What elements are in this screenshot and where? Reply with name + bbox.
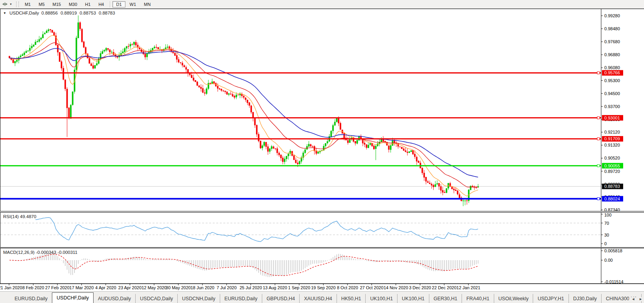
timeframe-buttons: M1M5M15M30H1H4D1W1MN	[21, 0, 155, 8]
ohlc-close: 0.88783	[99, 11, 115, 15]
chart-tab-ger30-h1[interactable]: GER30,H1	[429, 294, 462, 303]
pan-dropdown-caret-icon[interactable]: ▼	[9, 3, 14, 6]
price-label-text: 0.88783	[604, 184, 620, 189]
date-tick-label: 13 Aug 2020	[263, 285, 287, 290]
price-tick-label: 0.99280	[604, 13, 620, 18]
hline-handle[interactable]	[597, 198, 600, 200]
chart-tab-hk50-h1[interactable]: HK50,H1	[337, 294, 366, 303]
date-tick-label: 25 Jul 2020	[239, 285, 262, 290]
date-tick-label: 12 May 2020	[142, 285, 167, 290]
chart-tab-dj30-daily[interactable]: DJ30,Daily	[569, 294, 601, 303]
price-label-text: 0.91709	[604, 136, 620, 141]
rsi-line	[35, 217, 478, 242]
timeframe-button-h1[interactable]: H1	[81, 1, 94, 7]
price-label-text: 0.90055	[604, 163, 620, 168]
macd-indicator-panel[interactable]: MACD(12,26,9) -0.000343 -0.000311 0.0058…	[0, 248, 644, 284]
price-tick-label: 0.93700	[604, 104, 620, 109]
price-tick-label: 0.95300	[604, 78, 620, 83]
ohlc-high: 0.88919	[61, 11, 77, 15]
chart-tab-eurusd-daily[interactable]: EURUSD,Daily	[220, 294, 262, 303]
rsi-label: RSI(14) 49.4870	[3, 214, 36, 219]
price-tick-label: 0.94500	[604, 91, 620, 96]
rsi-indicator-panel[interactable]: RSI(14) 49.4870 10070300	[0, 212, 644, 248]
price-tick-label: 0.92120	[604, 130, 620, 134]
date-tick-label: 14 Nov 2020	[384, 285, 408, 290]
toolbar-grip-handle[interactable]	[16, 2, 19, 7]
rsi-tick-label: 0	[604, 241, 607, 246]
price-tick-label: 0.98480	[604, 26, 620, 31]
chart-title: ▼ USDCHF,Daily 0.88856 0.88919 0.88753 0…	[3, 11, 115, 15]
price-tick-label: 0.90520	[604, 156, 620, 160]
timeframe-button-w1[interactable]: W1	[126, 1, 140, 7]
date-tick-label: 21 Jan 2020	[0, 285, 22, 290]
chart-tab-xauusd-h4[interactable]: XAUUSD,H4	[299, 294, 337, 303]
date-tick-label: 27 Feb 2020	[45, 285, 70, 290]
price-tick-label: 0.87340	[604, 208, 620, 211]
price-label-text: 0.93001	[604, 116, 620, 120]
tabs-scroll-left-icon[interactable]: ◄	[631, 297, 635, 301]
chart-tab-bar: EURUSD,DailyUSDCHF,DailyAUDUSD,DailyUSDC…	[0, 291, 644, 303]
tabs-scroll-right-icon[interactable]: ►	[639, 297, 642, 301]
ohlc-low: 0.88753	[79, 11, 96, 15]
chart-title-expander-icon[interactable]: ▼	[3, 11, 6, 15]
chart-tab-usoil-weekly[interactable]: USOil,Weekly	[494, 294, 533, 303]
date-tick-label: 8 Oct 2020	[337, 285, 358, 290]
rsi-tick-label: 70	[604, 221, 609, 226]
hline-handle[interactable]	[597, 117, 600, 119]
chart-tab-gbpusd-h4[interactable]: GBPUSD,H4	[262, 294, 299, 303]
price-tick-label: 0.96080	[604, 65, 620, 70]
chart-tabs: EURUSD,DailyUSDCHF,DailyAUDUSD,DailyUSDC…	[10, 292, 644, 303]
timeframe-button-mn[interactable]: MN	[140, 1, 154, 7]
date-tick-label: 23 Apr 2020	[118, 285, 142, 290]
main-chart-panel[interactable]: ▼ USDCHF,Daily 0.88856 0.88919 0.88753 0…	[0, 9, 644, 211]
chart-tab-uk100-h1[interactable]: UK100,H1	[397, 294, 429, 303]
timeframe-button-m15[interactable]: M15	[49, 1, 64, 7]
price-label-text: 0.88024	[604, 196, 620, 201]
date-tick-label: 22 Dec 2020	[432, 285, 456, 290]
hline-handle[interactable]	[597, 72, 600, 74]
date-tick-label: 4 Apr 2020	[95, 285, 116, 290]
rsi-chart-canvas[interactable]: 10070300	[0, 213, 644, 247]
date-axis: 21 Jan 20208 Feb 202027 Feb 202017 Mar 2…	[0, 284, 644, 291]
timeframe-button-h4[interactable]: H4	[95, 1, 107, 7]
chart-tab-usdcad-daily[interactable]: USDCAD,Daily	[135, 294, 177, 303]
date-tick-label: 7 Jul 2020	[217, 285, 237, 290]
date-tick-label: 12 Jan 2021	[456, 285, 480, 290]
price-tick-label: 0.91320	[604, 143, 620, 147]
pan-chart-icon[interactable]	[0, 1, 9, 8]
macd-tick-label: 0.00	[604, 258, 613, 263]
date-tick-label: 18 Jun 2020	[191, 285, 215, 290]
date-tick-label: 1 Sep 2020	[288, 285, 310, 290]
chart-tab-uk100-h1[interactable]: UK100,H1	[365, 294, 397, 303]
chart-tab-usdjpy-h1[interactable]: USDJPY,H1	[533, 294, 568, 303]
macd-tick-label: -0.011514	[604, 279, 624, 283]
hline-handle[interactable]	[597, 138, 600, 140]
toolbar-separator	[110, 1, 110, 7]
chart-tab-audusd-daily[interactable]: AUDUSD,Daily	[94, 294, 135, 303]
price-tick-label: 0.97680	[604, 39, 620, 44]
date-tick-label: 8 Feb 2020	[22, 285, 44, 290]
chart-symbol-label: USDCHF,Daily	[9, 11, 39, 15]
chart-tab-usdcnh-daily[interactable]: USDCNH,Daily	[177, 294, 220, 303]
chart-tab-usdchf-daily[interactable]: USDCHF,Daily	[52, 292, 94, 303]
hline-handle[interactable]	[597, 165, 600, 167]
timeframe-button-m5[interactable]: M5	[35, 1, 48, 7]
price-tick-label: 0.89720	[604, 169, 620, 174]
trading-app-window: ▼ M1M5M15M30H1H4D1W1MN ▼ USDCHF,Daily 0.…	[0, 0, 644, 303]
timeframe-button-d1[interactable]: D1	[112, 1, 125, 7]
moving-average-line-50	[9, 48, 478, 177]
macd-chart-canvas[interactable]: 0.0058180.00-0.011514	[0, 248, 644, 283]
candlestick-chart-canvas[interactable]: 0.992800.984800.976800.968800.960800.953…	[0, 9, 644, 211]
date-tick-label: 17 Mar 2020	[70, 285, 94, 290]
chart-tab-eurusd-daily[interactable]: EURUSD,Daily	[10, 294, 52, 303]
timeframe-button-m30[interactable]: M30	[65, 1, 81, 7]
date-tick-label: 19 Sep 2020	[311, 285, 335, 290]
timeframe-button-m1[interactable]: M1	[21, 1, 34, 7]
bear-candle-wicks	[9, 21, 476, 204]
chart-tab-fra40-h1[interactable]: FRA40,H1	[462, 294, 493, 303]
bull-candle-bodies	[15, 22, 479, 201]
macd-histogram	[9, 253, 478, 277]
macd-tick-label: 0.005818	[604, 248, 622, 253]
price-tick-label: 0.96880	[604, 52, 620, 57]
rsi-tick-label: 100	[604, 213, 611, 217]
